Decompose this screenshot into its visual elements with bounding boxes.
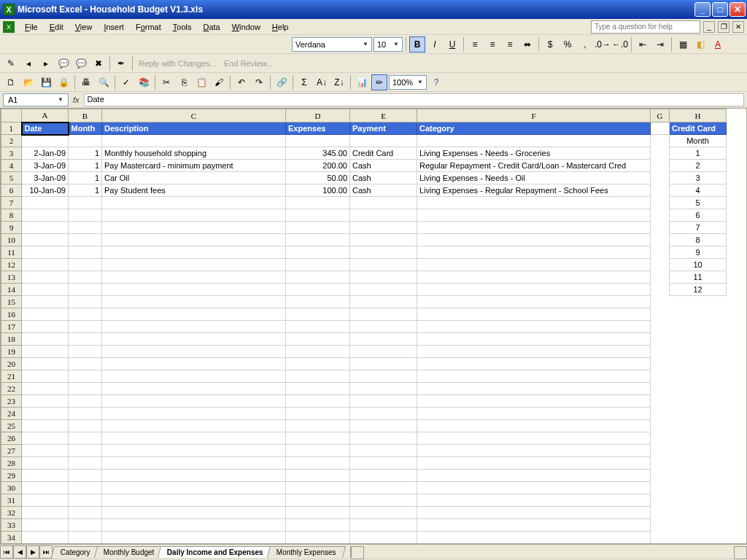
cell[interactable] (286, 383, 350, 395)
cell[interactable] (102, 420, 286, 432)
cell[interactable] (102, 494, 286, 507)
cell[interactable] (651, 296, 670, 308)
cell[interactable] (69, 308, 102, 321)
cell[interactable] (69, 222, 102, 234)
row-header-30[interactable]: 30 (1, 482, 22, 494)
cell[interactable] (22, 482, 69, 494)
cell[interactable] (286, 370, 350, 383)
cell[interactable] (670, 383, 727, 395)
cell[interactable] (350, 333, 417, 346)
cell[interactable]: Expenses (286, 122, 350, 135)
cell[interactable] (350, 259, 417, 271)
cell[interactable] (286, 222, 350, 234)
cell[interactable] (670, 507, 727, 519)
cell[interactable] (651, 519, 670, 532)
cell[interactable] (286, 494, 350, 507)
cell[interactable] (350, 445, 417, 457)
cell[interactable] (350, 197, 417, 209)
col-header-E[interactable]: E (350, 109, 417, 122)
cell[interactable]: 12 (670, 284, 727, 296)
cell[interactable] (417, 370, 651, 383)
cell[interactable] (102, 370, 286, 383)
row-header-26[interactable]: 26 (1, 432, 22, 445)
cell[interactable] (670, 532, 727, 544)
cell[interactable] (670, 470, 727, 482)
cell[interactable] (102, 234, 286, 246)
row-header-29[interactable]: 29 (1, 470, 22, 482)
cell[interactable] (651, 457, 670, 470)
cell[interactable] (286, 519, 350, 532)
col-header-F[interactable]: F (417, 109, 651, 122)
cell[interactable] (670, 370, 727, 383)
menu-tools[interactable]: Tools (167, 21, 198, 33)
cell[interactable] (350, 296, 417, 308)
cell[interactable] (651, 395, 670, 408)
cell[interactable] (102, 358, 286, 370)
cell[interactable] (651, 122, 670, 135)
new-comment-button[interactable]: ✎ (3, 55, 19, 71)
cell[interactable] (22, 358, 69, 370)
cell[interactable] (670, 494, 727, 507)
cell[interactable] (286, 271, 350, 284)
doc-restore-button[interactable]: ❐ (718, 21, 729, 33)
cell[interactable] (22, 445, 69, 457)
cell[interactable] (286, 135, 350, 147)
cell[interactable] (286, 507, 350, 519)
cell[interactable] (69, 482, 102, 494)
cell[interactable] (102, 395, 286, 408)
cell[interactable] (350, 222, 417, 234)
cell[interactable] (286, 445, 350, 457)
menu-insert[interactable]: Insert (98, 21, 130, 33)
cell[interactable]: Living Expenses - Needs - Groceries (417, 147, 651, 160)
cell[interactable] (350, 383, 417, 395)
cell[interactable] (651, 370, 670, 383)
help-button[interactable]: ? (428, 74, 444, 90)
cell[interactable] (286, 544, 350, 545)
row-header-10[interactable]: 10 (1, 234, 22, 246)
menu-edit[interactable]: Edit (44, 21, 69, 33)
cell[interactable] (670, 333, 727, 346)
cell[interactable] (286, 420, 350, 432)
cell[interactable] (350, 246, 417, 259)
cell[interactable] (69, 470, 102, 482)
cell[interactable] (69, 383, 102, 395)
cell[interactable] (102, 507, 286, 519)
cell[interactable] (22, 432, 69, 445)
drawing-button[interactable]: ✏ (371, 74, 387, 90)
cell[interactable]: 8 (670, 234, 727, 246)
cell[interactable] (670, 296, 727, 308)
cell[interactable] (22, 346, 69, 358)
cell[interactable] (670, 482, 727, 494)
cell[interactable]: Date (22, 122, 69, 135)
align-right-button[interactable]: ≡ (502, 36, 518, 52)
cell[interactable] (286, 482, 350, 494)
cell[interactable] (286, 234, 350, 246)
cell[interactable] (69, 358, 102, 370)
show-all-comments-button[interactable]: 💬 (73, 55, 89, 71)
minimize-button[interactable]: _ (694, 2, 711, 17)
cell[interactable] (22, 259, 69, 271)
doc-close-button[interactable]: ✕ (732, 21, 744, 33)
cell[interactable] (417, 246, 651, 259)
cell[interactable] (22, 519, 69, 532)
cell[interactable] (670, 457, 727, 470)
row-header-20[interactable]: 20 (1, 358, 22, 370)
cell[interactable]: 50.00 (286, 172, 350, 184)
menu-file[interactable]: File (19, 21, 44, 33)
cell[interactable] (417, 383, 651, 395)
cell[interactable] (102, 383, 286, 395)
cell[interactable] (286, 259, 350, 271)
cell[interactable] (651, 358, 670, 370)
menu-view[interactable]: View (69, 21, 98, 33)
cell[interactable] (417, 197, 651, 209)
col-header-G[interactable]: G (651, 109, 670, 122)
cell[interactable]: Cash (350, 172, 417, 184)
cell[interactable] (651, 544, 670, 545)
sort-asc-button[interactable]: A↓ (314, 74, 330, 90)
cell[interactable] (350, 408, 417, 420)
doc-minimize-button[interactable]: _ (703, 21, 715, 33)
cell[interactable] (286, 532, 350, 544)
row-header-35[interactable]: 35 (1, 544, 22, 545)
cell[interactable] (670, 445, 727, 457)
print-button[interactable]: 🖶 (78, 74, 94, 90)
